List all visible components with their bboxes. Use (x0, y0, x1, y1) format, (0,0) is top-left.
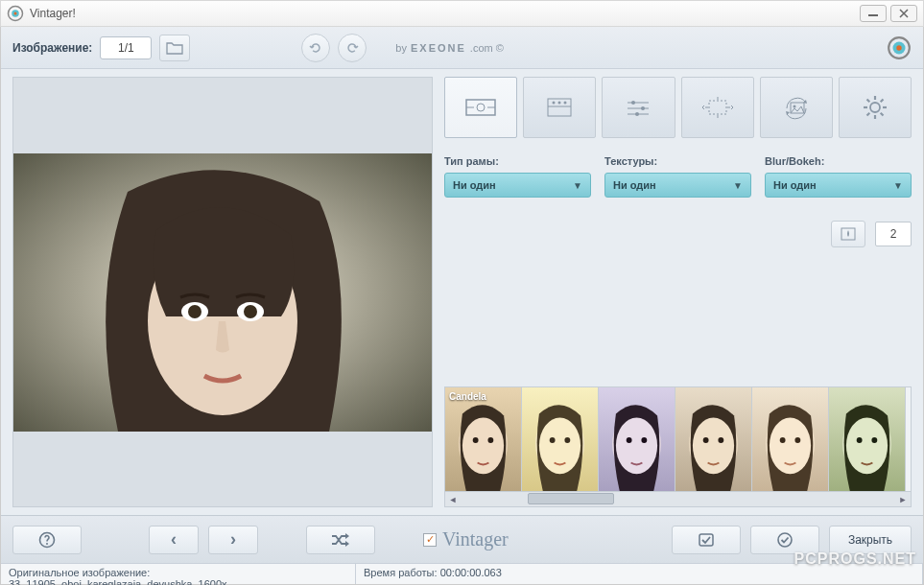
next-button[interactable]: › (208, 526, 258, 554)
open-folder-button[interactable] (159, 35, 190, 61)
filmstrip-body: Candela (444, 386, 912, 492)
texture-control: Текстуры: Ни один ▼ (604, 155, 751, 198)
svg-rect-28 (709, 101, 726, 114)
svg-point-10 (188, 305, 201, 318)
controls-row: Тип рамы: Ни один ▼ Текстуры: Ни один ▼ … (444, 155, 912, 198)
frame-control: Тип рамы: Ни один ▼ (444, 155, 591, 198)
preset-label: Candela (449, 391, 486, 402)
preset-thumb[interactable] (829, 387, 906, 491)
svg-point-43 (473, 437, 479, 443)
status-bar: Оригинальное изображение: 33_11905_oboi_… (1, 563, 923, 584)
top-toolbar: Изображение: 1/1 by EXEONE .com © (1, 27, 923, 69)
status-time-value: 00:00:00.063 (440, 567, 502, 578)
image-label: Изображение: (12, 41, 92, 55)
color-tint-button[interactable] (831, 221, 865, 247)
vintager-toggle: ✓ Vintager (423, 528, 509, 550)
texture-value: Ни один (613, 179, 656, 191)
status-original: Оригинальное изображение: 33_11905_oboi_… (1, 564, 356, 584)
scroll-left-icon[interactable]: ◄ (445, 492, 461, 506)
scroll-thumb[interactable] (528, 493, 614, 504)
tab-adjustments[interactable] (523, 77, 596, 138)
blur-label: Blur/Bokeh: (765, 155, 912, 167)
prev-button[interactable]: ‹ (149, 526, 199, 554)
apply-button[interactable] (672, 526, 741, 554)
svg-point-51 (627, 437, 632, 443)
filmstrip-scrollbar[interactable]: ◄ ► (444, 492, 912, 507)
svg-point-55 (703, 437, 709, 443)
filmstrip: Candela (444, 386, 912, 507)
brand-name: EXEONE (411, 42, 466, 54)
preview-pane (12, 77, 433, 507)
preset-thumb[interactable] (599, 387, 675, 491)
svg-rect-3 (868, 14, 878, 16)
svg-point-18 (553, 102, 556, 105)
brand-by: by (395, 42, 407, 54)
vintager-script-label: Vintager (442, 528, 509, 550)
svg-point-48 (564, 437, 570, 443)
preset-thumb[interactable] (752, 387, 829, 491)
svg-line-39 (866, 113, 869, 116)
preset-thumb[interactable]: Candela (445, 387, 522, 491)
frame-dropdown[interactable]: Ни один ▼ (444, 173, 591, 198)
svg-point-31 (870, 103, 880, 112)
svg-point-2 (14, 12, 17, 15)
brand-logo-icon (887, 35, 912, 60)
preset-thumb[interactable] (522, 387, 599, 491)
texture-label: Текстуры: (604, 155, 751, 167)
window-title: Vintager! (30, 7, 856, 20)
svg-point-6 (896, 45, 901, 50)
intensity-input[interactable]: 2 (875, 222, 912, 246)
tools-pane: Тип рамы: Ни один ▼ Текстуры: Ни один ▼ … (444, 77, 912, 507)
svg-point-23 (631, 101, 635, 105)
preview-image[interactable] (13, 153, 432, 432)
minimize-button[interactable] (860, 5, 887, 22)
undo-button[interactable] (301, 34, 330, 62)
svg-point-47 (550, 437, 556, 443)
svg-point-27 (635, 112, 639, 116)
svg-point-56 (718, 437, 723, 443)
shuffle-button[interactable] (306, 526, 375, 554)
vintager-checkbox[interactable]: ✓ (423, 533, 437, 547)
svg-point-14 (477, 104, 485, 111)
svg-point-60 (794, 437, 800, 443)
tab-settings[interactable] (839, 77, 912, 138)
titlebar: Vintager! (0, 0, 924, 27)
blur-dropdown[interactable]: Ни один ▼ (765, 173, 912, 198)
tab-frames[interactable] (444, 77, 517, 138)
help-button[interactable] (12, 526, 82, 554)
tab-rotate[interactable] (760, 77, 833, 138)
svg-point-12 (244, 305, 257, 318)
preset-thumb[interactable] (675, 387, 752, 491)
svg-point-44 (487, 437, 493, 443)
app-body: Изображение: 1/1 by EXEONE .com © (0, 27, 924, 585)
image-counter: 1/1 (100, 36, 152, 59)
frame-value: Ни один (453, 179, 496, 191)
status-time-label: Время работы: (364, 567, 438, 578)
confirm-button[interactable] (750, 526, 819, 554)
tab-crop[interactable] (681, 77, 754, 138)
close-label: Закрыть (848, 533, 892, 547)
close-app-button[interactable]: Закрыть (829, 526, 912, 554)
tab-sliders[interactable] (602, 77, 675, 138)
brand-suffix: .com © (470, 42, 504, 54)
svg-point-64 (871, 437, 877, 443)
brand-credit: by EXEONE .com © (395, 42, 503, 54)
frame-label: Тип рамы: (444, 155, 591, 167)
svg-line-37 (881, 113, 884, 116)
close-button[interactable] (890, 5, 917, 22)
redo-button[interactable] (338, 34, 367, 62)
chevron-down-icon: ▼ (733, 180, 743, 191)
tool-tabs (444, 77, 912, 138)
svg-point-19 (558, 102, 561, 105)
bottom-bar: ‹ › ✓ Vintager Закрыть (1, 515, 923, 563)
svg-rect-67 (699, 534, 713, 546)
scroll-right-icon[interactable]: ► (895, 492, 911, 506)
app-icon (7, 5, 24, 22)
svg-point-20 (564, 102, 567, 105)
texture-dropdown[interactable]: Ни один ▼ (604, 173, 751, 198)
svg-point-59 (780, 437, 786, 443)
svg-point-30 (793, 105, 795, 108)
scroll-track[interactable] (461, 492, 895, 506)
blur-control: Blur/Bokeh: Ни один ▼ (765, 155, 912, 198)
chevron-down-icon: ▼ (573, 180, 582, 191)
